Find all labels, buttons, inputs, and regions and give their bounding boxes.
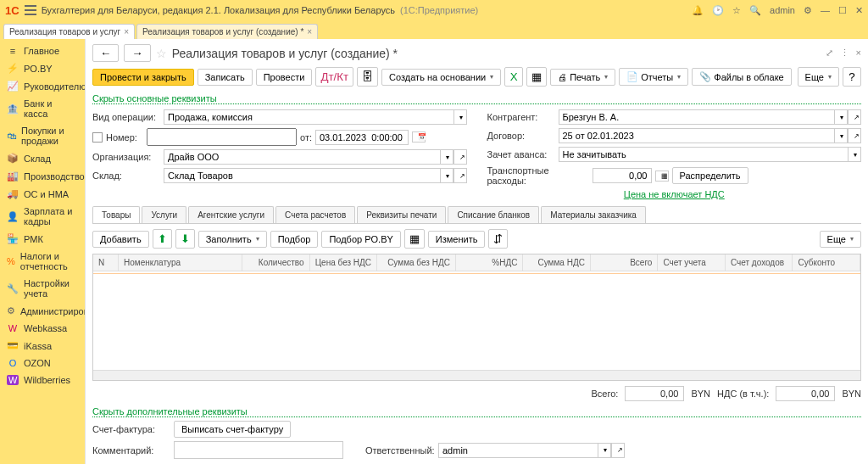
fill-button[interactable]: Заполнить — [198, 231, 267, 248]
col-qty[interactable]: Количество — [242, 254, 310, 271]
resp-input[interactable] — [438, 443, 598, 458]
price-mode-link[interactable]: Цена не включает НДС — [624, 189, 725, 199]
col-nds-sum[interactable]: Сумма НДС — [523, 254, 591, 271]
search-icon[interactable]: 🔍 — [749, 5, 761, 16]
col-total[interactable]: Всего — [591, 254, 659, 271]
post-button[interactable]: Провести — [256, 69, 313, 86]
number-input[interactable] — [147, 128, 297, 146]
nav-rmk[interactable]: 🏪РМК — [0, 230, 85, 248]
minimize-icon[interactable]: — — [821, 5, 830, 15]
pick-poby-button[interactable]: Подбор PO.BY — [321, 231, 400, 248]
tab-blanks[interactable]: Списание бланков — [448, 206, 539, 223]
edit-row-button[interactable]: Изменить — [428, 231, 486, 248]
cloud-files-button[interactable]: 📎 Файлы в облаке — [692, 68, 791, 86]
maximize-icon[interactable]: ☐ — [838, 5, 847, 16]
col-sum[interactable]: Сумма без НДС — [377, 254, 456, 271]
trans-input[interactable] — [593, 168, 652, 183]
grid-body[interactable] — [93, 271, 860, 370]
dropdown-icon[interactable]: ▾ — [848, 147, 861, 162]
grid-more-button[interactable]: Еще — [820, 231, 861, 248]
close-icon[interactable]: × — [124, 27, 129, 36]
barcode-icon[interactable]: ▦ — [526, 67, 547, 87]
nav-main[interactable]: ≡Главное — [0, 42, 85, 59]
external-icon[interactable]: ⤢ — [826, 48, 833, 59]
post-and-close-button[interactable]: Провести и закрыть — [92, 69, 194, 86]
star-icon[interactable]: ☆ — [732, 5, 741, 16]
nav-ikassa[interactable]: 💳iKassa — [0, 337, 85, 355]
close-icon[interactable]: ✕ — [855, 5, 863, 16]
close-icon[interactable]: × — [307, 27, 312, 36]
save-button[interactable]: Записать — [198, 69, 253, 86]
nav-ozon[interactable]: OOZON — [0, 355, 85, 372]
add-row-button[interactable]: Добавить — [92, 231, 149, 248]
nav-tax[interactable]: %Налоги и отчетность — [0, 248, 85, 275]
tab-services[interactable]: Услуги — [142, 206, 186, 223]
doc-tab-active[interactable]: Реализация товаров и услуг (создание) * … — [136, 24, 318, 39]
wh-input[interactable] — [164, 168, 440, 183]
open-icon[interactable]: ↗ — [611, 443, 625, 458]
nav-manager[interactable]: 📈Руководителю — [0, 77, 85, 95]
collapse-extra-link[interactable]: Скрыть дополнительные реквизиты — [92, 406, 861, 417]
nav-bank[interactable]: 🏦Банк и касса — [0, 95, 85, 122]
open-icon[interactable]: ↗ — [453, 149, 467, 165]
history-icon[interactable]: 🕑 — [712, 5, 724, 16]
move-down-icon[interactable]: ⬇ — [175, 229, 195, 249]
pick-button[interactable]: Подбор — [270, 231, 319, 248]
close-form-icon[interactable]: × — [856, 48, 861, 59]
org-input[interactable] — [164, 149, 440, 165]
tab-print[interactable]: Реквизиты печати — [357, 206, 446, 223]
more-button[interactable]: Еще — [798, 67, 839, 87]
forward-button[interactable]: → — [124, 44, 150, 62]
structure-icon[interactable]: 🗄 — [357, 67, 378, 87]
nav-wb[interactable]: WWildberries — [0, 372, 85, 389]
col-income[interactable]: Счет доходов — [726, 254, 793, 271]
op-type-input[interactable] — [164, 109, 453, 125]
dropdown-icon[interactable]: ▾ — [453, 109, 467, 125]
col-account[interactable]: Счет учета — [658, 254, 726, 271]
doc-tab[interactable]: Реализация товаров и услуг × — [3, 24, 135, 39]
calc-icon[interactable]: ▦ — [655, 171, 669, 182]
number-checkbox[interactable] — [92, 132, 103, 143]
print-button[interactable]: 🖨 Печать — [550, 69, 615, 86]
dropdown-icon[interactable]: ▾ — [598, 443, 611, 458]
collapse-main-link[interactable]: Скрыть основные реквизиты — [92, 93, 861, 104]
create-based-button[interactable]: Создать на основании — [381, 69, 501, 86]
tab-materials[interactable]: Материалы заказчика — [541, 206, 646, 223]
col-nomenclature[interactable]: Номенклатура — [119, 254, 242, 271]
col-nds-rate[interactable]: %НДС — [456, 254, 524, 271]
nav-admin[interactable]: ⚙Администрирование — [0, 302, 85, 320]
col-subconto[interactable]: Субконто — [793, 254, 860, 271]
toggle-icon[interactable]: ⇵ — [488, 229, 508, 249]
distribute-button[interactable]: Распределить — [672, 167, 748, 184]
dropdown-icon[interactable]: ▾ — [440, 168, 453, 183]
menu-icon[interactable] — [25, 5, 36, 15]
col-price[interactable]: Цена без НДС — [310, 254, 378, 271]
write-invoice-button[interactable]: Выписать счет-фактуру — [174, 421, 291, 438]
open-icon[interactable]: ↗ — [848, 128, 861, 143]
move-up-icon[interactable]: ⬆ — [153, 229, 172, 249]
open-icon[interactable]: ↗ — [848, 109, 861, 125]
dropdown-icon[interactable]: ▾ — [440, 149, 453, 165]
dt-kt-icon[interactable]: Дт/Кт — [315, 67, 353, 87]
contr-input[interactable] — [559, 109, 835, 125]
col-n[interactable]: N — [93, 254, 119, 271]
date-input[interactable] — [315, 130, 409, 145]
help-button[interactable]: ? — [843, 67, 861, 87]
tab-agent[interactable]: Агентские услуги — [188, 206, 274, 223]
nav-webkassa[interactable]: WWebkassa — [0, 320, 85, 337]
nav-hr[interactable]: 👤Зарплата и кадры — [0, 203, 85, 230]
horizontal-scrollbar[interactable] — [93, 370, 860, 380]
nav-warehouse[interactable]: 📦Склад — [0, 149, 85, 167]
dog-input[interactable] — [559, 128, 835, 143]
reports-button[interactable]: 📄 Отчеты — [619, 68, 688, 86]
nav-poby[interactable]: ⚡PO.BY — [0, 59, 85, 77]
nav-sales[interactable]: 🛍Покупки и продажи — [0, 122, 85, 149]
nav-production[interactable]: 🏭Производство — [0, 167, 85, 185]
excel-icon[interactable]: X — [504, 67, 523, 87]
nav-assets[interactable]: 🚚ОС и НМА — [0, 185, 85, 203]
settings-icon[interactable]: ⚙ — [804, 5, 812, 16]
favorite-icon[interactable]: ☆ — [156, 47, 167, 60]
nav-settings[interactable]: 🔧Настройки учета — [0, 275, 85, 302]
advance-input[interactable] — [559, 147, 849, 162]
open-icon[interactable]: ↗ — [453, 168, 467, 183]
